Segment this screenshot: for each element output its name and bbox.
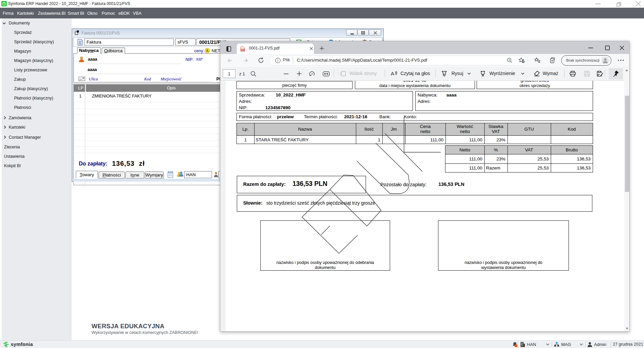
svg-text:A: A	[206, 49, 209, 53]
svg-text:PDF: PDF	[241, 49, 244, 51]
svg-text:A: A	[391, 71, 394, 76]
